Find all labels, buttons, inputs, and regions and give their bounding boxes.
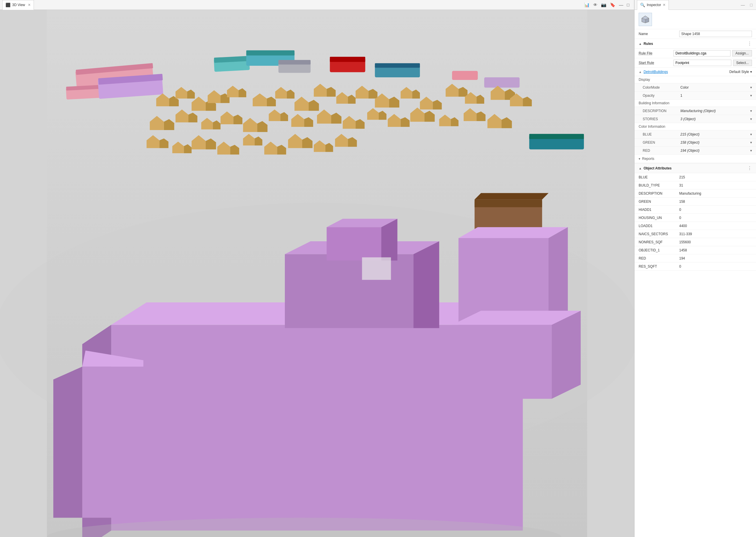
maximize-icon[interactable]: □	[627, 2, 629, 7]
inspector-tab-label: Inspector	[647, 3, 661, 7]
view-3d-tab[interactable]: ⬛ 3D View ✕	[2, 0, 34, 10]
object-attributes-header[interactable]: ▲ Object Attributes ⋮	[635, 163, 756, 173]
colormode-dropdown-icon[interactable]: ▾	[750, 85, 752, 90]
blue-value: 215 (Object)	[680, 132, 749, 137]
detroit-style-wrap: Default Style ▾	[729, 70, 752, 74]
svg-marker-123	[413, 241, 439, 328]
assign-button[interactable]: Assign...	[732, 50, 752, 57]
inspector-minimize[interactable]: —	[740, 2, 746, 8]
minimize-icon[interactable]: —	[619, 2, 623, 7]
opacity-value-wrap: 1 ▾	[680, 94, 752, 98]
attr-value-loadd1: 4400	[679, 224, 687, 228]
attr-row-red: RED 194	[635, 254, 756, 263]
colormode-label: ColorMode	[643, 85, 680, 90]
detroit-toggle-icon: ▲	[639, 70, 642, 73]
attr-value-housing-un: 0	[679, 216, 681, 220]
view-tab-close[interactable]: ✕	[28, 3, 31, 7]
svg-rect-118	[452, 325, 552, 399]
colormode-value: Color	[680, 85, 749, 90]
svg-rect-124	[326, 227, 381, 260]
obj-attr-section-title: Object Attributes	[644, 166, 672, 170]
attr-row-build-type: BUILD_TYPE 31	[635, 181, 756, 189]
camera-icon[interactable]: 📷	[601, 2, 607, 8]
attr-value-naics-sectors: 311-339	[679, 232, 692, 236]
opacity-row: Opacity 1 ▾	[635, 92, 756, 100]
inspector-tab[interactable]: 🔍 Inspector ✕	[637, 0, 669, 10]
3d-viewport[interactable]	[0, 10, 634, 537]
blue-value-wrap: 215 (Object) ▾	[680, 132, 752, 137]
eye-icon[interactable]: 👁	[593, 2, 598, 7]
green-value-wrap: 158 (Object) ▾	[680, 141, 752, 145]
attr-value-green: 158	[679, 200, 685, 204]
inspector-maximize[interactable]: □	[749, 2, 754, 8]
stories-label: STORIES	[643, 117, 680, 121]
green-value: 158 (Object)	[680, 141, 749, 145]
building-info-group-label: Building Information	[635, 100, 756, 107]
svg-marker-119	[552, 311, 581, 399]
svg-rect-20	[452, 71, 478, 80]
name-input[interactable]	[679, 31, 752, 37]
attr-value-res-sqft: 0	[679, 265, 681, 268]
inspector-tab-close[interactable]: ✕	[663, 3, 666, 7]
description-row: DESCRIPTION Manufacturing (Object) ▾	[635, 107, 756, 115]
red-dropdown-icon[interactable]: ▾	[750, 148, 752, 153]
rules-section-header[interactable]: ▲ Rules ⋮	[635, 39, 756, 49]
green-dropdown-icon[interactable]: ▾	[750, 141, 752, 145]
detroit-style-dropdown[interactable]: Default Style ▾	[729, 70, 752, 74]
attr-row-nonres-sqf: NONRES_SQF 155600	[635, 238, 756, 246]
attr-row-blue: BLUE 215	[635, 173, 756, 181]
detroit-buildings-label[interactable]: DetroitBuildings	[644, 70, 668, 74]
reports-row[interactable]: ▾ Reports	[635, 155, 756, 163]
view-tab-bar: ⬛ 3D View ✕ 📊 👁 📷 🔖 — □	[0, 0, 634, 10]
stories-dropdown-icon[interactable]: ▾	[750, 117, 752, 121]
description-dropdown-icon[interactable]: ▾	[750, 109, 752, 113]
svg-rect-121	[285, 254, 413, 328]
stats-icon[interactable]: 📊	[584, 2, 590, 8]
inspector-panel: 🔍 Inspector ✕ — □	[634, 0, 756, 537]
inspector-window-controls: — □	[740, 2, 754, 8]
display-group-label: Display	[635, 76, 756, 83]
attr-label-build-type: BUILD_TYPE	[639, 183, 679, 187]
svg-rect-107	[475, 200, 542, 207]
attr-label-description: DESCRIPTION	[639, 191, 679, 195]
stories-value: 3 (Object)	[680, 117, 749, 121]
green-row: GREEN 158 (Object) ▾	[635, 139, 756, 146]
colormode-value-wrap: Color ▾	[680, 85, 752, 90]
svg-rect-13	[278, 60, 311, 64]
svg-rect-17	[375, 63, 420, 68]
attr-row-loadd1: LOADD1 4400	[635, 222, 756, 230]
attr-row-description: DESCRIPTION Manufacturing	[635, 189, 756, 197]
stories-value-wrap: 3 (Object) ▾	[680, 117, 752, 121]
opacity-dropdown-icon[interactable]: ▾	[750, 94, 752, 98]
shape-icon-box	[639, 13, 652, 26]
red-row: RED 194 (Object) ▾	[635, 146, 756, 155]
description-value-wrap: Manufacturing (Object) ▾	[680, 109, 752, 113]
view-panel: ⬛ 3D View ✕ 📊 👁 📷 🔖 — □	[0, 0, 634, 537]
attr-row-objectid-1: OBJECTID_1 1458	[635, 246, 756, 254]
blue-dropdown-icon[interactable]: ▾	[750, 132, 752, 137]
rule-file-row: Rule File Assign...	[635, 49, 756, 58]
green-label: GREEN	[643, 141, 680, 145]
obj-attr-toggle-icon: ▲	[639, 167, 642, 170]
rule-file-input[interactable]	[673, 50, 731, 57]
attr-value-hiadd1: 0	[679, 208, 681, 212]
attr-value-build-type: 31	[679, 183, 683, 187]
attr-row-housing-un: HOUSING_UN 0	[635, 214, 756, 222]
description-value: Manufacturing (Object)	[680, 109, 749, 113]
obj-attr-section-menu[interactable]: ⋮	[747, 165, 752, 171]
attr-label-hiadd1: HIADD1	[639, 208, 679, 212]
attr-label-housing-un: HOUSING_UN	[639, 216, 679, 220]
cube-icon: ⬛	[6, 3, 11, 7]
svg-rect-11	[246, 50, 294, 56]
rules-section-menu[interactable]: ⋮	[747, 41, 752, 46]
start-rule-input[interactable]	[673, 60, 732, 66]
bookmark-icon[interactable]: 🔖	[610, 2, 615, 8]
select-button[interactable]: Select...	[733, 60, 752, 66]
svg-marker-108	[475, 193, 549, 200]
attr-label-blue: BLUE	[639, 175, 679, 179]
color-info-group-label: Color Information	[635, 123, 756, 130]
rules-section-title: Rules	[644, 42, 653, 46]
start-rule-row: Start Rule Select...	[635, 58, 756, 68]
detroit-buildings-row: ▲ DetroitBuildings Default Style ▾	[635, 68, 756, 76]
red-value: 194 (Object)	[680, 148, 749, 153]
